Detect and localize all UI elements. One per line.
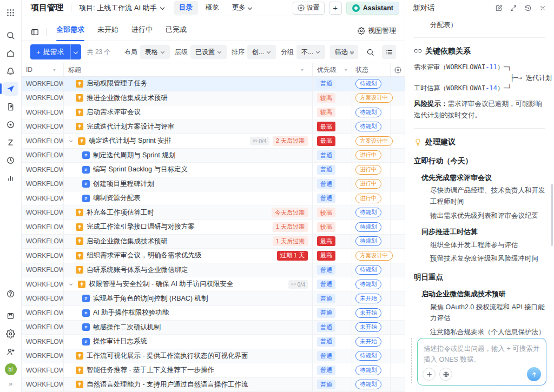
table-row[interactable]: WORKFLOWAI-5权限管理与安全控制 - 确保 AI 助手访问权限安全0/…	[22, 277, 405, 292]
filter-icon[interactable]: ▼	[344, 68, 352, 72]
column-header-status[interactable]: 状态	[352, 63, 391, 76]
table-row[interactable]: WORKFLOWAI...确定迭代计划与 Sprint 安排0/42 天后过期最…	[22, 134, 405, 149]
table-row[interactable]: WORKFLOWAI...启动企业微信集成技术预研1 天后过期最高待规划	[22, 235, 405, 249]
table-row[interactable]: WORKFLOWAI...自研系统账号体系与企业微信绑定普通待规划	[22, 263, 405, 278]
close-icon[interactable]	[539, 4, 546, 12]
sidebar-item-workflow[interactable]	[3, 135, 18, 149]
filter-icon[interactable]: ▼	[300, 68, 308, 72]
table-row[interactable]: WORKFLOWAI-7AI 助手操作权限校验功能普通未开始	[22, 306, 405, 321]
list-view-button[interactable]	[382, 45, 396, 59]
column-config[interactable]	[391, 63, 405, 76]
avatar[interactable]: bl	[5, 363, 17, 375]
filter-button[interactable]: 筛选	[330, 45, 358, 59]
header-tab-2[interactable]: 更多	[227, 1, 258, 15]
table-row[interactable]: WORKFLOWAI...制定迭代周期与 Sprint 规划普通进行中	[22, 149, 405, 163]
table-row[interactable]: WORKFLOWAI-6实现基于角色的访问控制 (RBAC) 机制普通未开始	[22, 292, 405, 307]
table-row[interactable]: WORKFLOWAI-8敏感操作二次确认机制普通未开始	[22, 321, 405, 335]
sidebar-item-package[interactable]	[3, 309, 18, 323]
sidebar-item-clock[interactable]	[3, 153, 18, 167]
sidebar-item-gear[interactable]	[3, 327, 18, 341]
table-row[interactable]: WORKFLOWAI...组织需求评审会议，明确各需求优先级过期 1 天最高方案…	[22, 249, 405, 263]
status-badge[interactable]: 待规划	[355, 380, 381, 389]
issue-link[interactable]: -14	[485, 84, 497, 92]
status-badge[interactable]: 待规划	[355, 351, 381, 361]
toolbar-select-0[interactable]: 表格	[140, 45, 170, 59]
sidebar-item-chart[interactable]	[3, 171, 18, 185]
new-requirement-dropdown[interactable]	[70, 44, 81, 59]
sidebar-item-apps-grid[interactable]	[3, 6, 18, 20]
status-badge[interactable]: 待规划	[355, 108, 381, 117]
row-expand-chevron[interactable]	[68, 282, 74, 287]
status-badge[interactable]: 未开始	[355, 322, 381, 332]
add-button[interactable]: +	[329, 2, 342, 15]
toolbar-select-3[interactable]: 不...	[296, 45, 325, 59]
status-badge[interactable]: 待规划	[355, 208, 381, 217]
status-badge[interactable]: 待规划	[355, 236, 381, 246]
view-tab-3[interactable]: 已完成	[166, 21, 187, 41]
send-button[interactable]	[527, 367, 541, 381]
sidebar-item-search[interactable]	[3, 28, 18, 42]
header-tab-0[interactable]: 目录	[174, 1, 198, 15]
new-requirement-button[interactable]: + 提需求	[30, 44, 70, 59]
web-search-button[interactable]	[439, 368, 452, 381]
column-header-id[interactable]: ID▼	[22, 63, 64, 76]
header-tab-1[interactable]: 概览	[200, 1, 225, 15]
status-badge[interactable]: 未开始	[355, 294, 381, 303]
table-row[interactable]: WORKFLOWAI...创建项目里程碑计划普通进行中	[22, 177, 405, 192]
table-row[interactable]: WORKFLOWAI...编制资源分配表普通进行中	[22, 191, 405, 206]
status-badge[interactable]: 待规划	[355, 222, 381, 232]
status-badge[interactable]: 未开始	[355, 337, 381, 347]
view-tab-2[interactable]: 进行中	[131, 21, 153, 41]
chevron-double-right-icon[interactable]: »	[9, 380, 12, 388]
filter-icon[interactable]: ▼	[52, 68, 60, 72]
table-row[interactable]: WORKFLOWAI...启动需求评审会议较高待规划	[22, 105, 405, 120]
history-icon[interactable]	[524, 4, 532, 12]
status-badge[interactable]: 进行中	[355, 179, 381, 189]
table-row[interactable]: WORKFLOWAI...补充各工作项估算工时今天后过期较高待规划	[22, 206, 405, 221]
expand-icon[interactable]	[510, 4, 517, 12]
issue-link[interactable]: -11	[485, 63, 497, 71]
sidebar-item-person-add[interactable]	[3, 345, 18, 359]
status-badge[interactable]: 待规划	[355, 122, 381, 131]
view-manage-button[interactable]: 视图管理	[358, 26, 396, 41]
status-badge[interactable]: 进行中	[355, 150, 381, 160]
compose-icon[interactable]	[495, 4, 503, 12]
settings-button[interactable]: 设置	[293, 2, 325, 15]
table-row[interactable]: WORKFLOWAI...完成迭代计划方案设计与评审最高待规划	[22, 120, 405, 135]
sidebar-item-target[interactable]	[3, 117, 18, 131]
attach-plus-button[interactable]	[423, 368, 436, 381]
row-expand-chevron[interactable]	[68, 138, 74, 144]
status-badge[interactable]: 待规划	[355, 79, 381, 89]
project-selector[interactable]: 项目: 上线工作流 AI 助手	[79, 3, 165, 13]
status-badge[interactable]: 待规划	[355, 265, 381, 275]
sidebar-item-bell[interactable]	[3, 64, 18, 78]
toolbar-select-2[interactable]: 创...	[247, 45, 276, 59]
status-badge[interactable]: 待规划	[355, 366, 381, 375]
table-row[interactable]: WORKFLOWAI...编写 Sprint Backlog 与目标定义普通进行…	[22, 163, 405, 177]
status-badge[interactable]: 待规划	[355, 280, 381, 289]
column-header-priority[interactable]: 优先级▼	[313, 63, 352, 76]
toolbar-select-1[interactable]: 已设置	[190, 45, 227, 59]
table-row[interactable]: WORKFLOWAI-9操作审计日志系统普通未开始	[22, 335, 405, 349]
status-badge[interactable]: 方案设计中	[355, 136, 393, 146]
table-row[interactable]: WORKFLOWAI-2自然语言处理能力 - 支持用户通过自然语言操作工作流普通…	[22, 378, 405, 392]
assistant-button[interactable]: Assistant	[346, 2, 399, 15]
panel-resize-handle[interactable]	[411, 338, 412, 383]
panel-toggle-icon[interactable]	[30, 28, 39, 37]
table-row[interactable]: WORKFLOWAI-4工作流可视化展示 - 提供工作流执行状态的可视化界面普通…	[22, 349, 405, 364]
status-badge[interactable]: 方案设计中	[355, 251, 393, 261]
table-row[interactable]: WORKFLOWAI...启动权限管理子任务普通待规划	[22, 77, 405, 91]
column-header-title[interactable]: 标题▼	[64, 63, 313, 76]
chat-input[interactable]	[418, 338, 546, 364]
sidebar-item-file-export[interactable]	[3, 99, 18, 114]
scrollbar-thumb[interactable]	[551, 184, 553, 246]
status-badge[interactable]: 未开始	[355, 308, 381, 318]
status-badge[interactable]: 进行中	[355, 194, 381, 203]
table-row[interactable]: WORKFLOWAI...推进企业微信集成技术预研较高方案设计中	[22, 91, 405, 106]
table-row[interactable]: WORKFLOWAI-3智能任务推荐 - 基于上下文推荐下一步操作普通待规划	[22, 363, 405, 378]
sidebar-item-send[interactable]	[3, 82, 18, 96]
status-badge[interactable]: 方案设计中	[355, 93, 393, 103]
view-tab-0[interactable]: 全部需求	[56, 21, 84, 41]
status-badge[interactable]: 进行中	[355, 165, 381, 175]
table-row[interactable]: WORKFLOWAI...完成工作流引擎接口调研与对接方案1 天后过期较高待规划	[22, 220, 405, 235]
